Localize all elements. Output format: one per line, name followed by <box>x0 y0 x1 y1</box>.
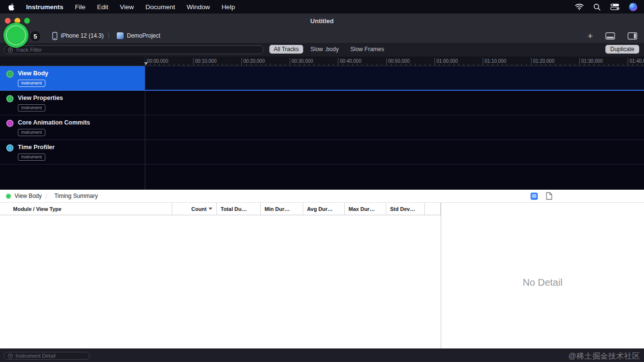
right-panel-toggle-icon[interactable] <box>628 32 637 40</box>
list-view-icon[interactable] <box>531 193 538 200</box>
track-lane[interactable] <box>145 140 644 164</box>
menu-item-edit[interactable]: Edit <box>92 3 113 11</box>
track-filter-bar: All TracksSlow .bodySlow Frames Duplicat… <box>0 43 644 56</box>
ruler-tick: 01:20.000 <box>531 58 555 65</box>
table-body[interactable] <box>0 215 441 348</box>
track-timeline-divider[interactable] <box>145 56 145 190</box>
menu-item-view[interactable]: View <box>114 3 139 11</box>
menu-status-icons <box>575 3 637 11</box>
record-button[interactable] <box>3 23 28 48</box>
segment-slow-frames[interactable]: Slow Frames <box>346 45 389 54</box>
track-name: View Properties <box>18 95 63 102</box>
track-meta: View PropertiesInstrument <box>18 95 63 115</box>
instruments-screen: Instruments FileEditViewDocumentWindowHe… <box>0 0 644 362</box>
track-name: View Body <box>18 70 48 77</box>
sort-chevron-icon <box>209 208 212 210</box>
project-app-icon <box>117 32 124 39</box>
bottom-panel-toggle-icon[interactable] <box>605 32 615 40</box>
track-row-core-animation-commits[interactable]: Core Animation CommitsInstrument <box>0 115 644 140</box>
apple-menu[interactable] <box>7 3 20 11</box>
instrument-detail-input[interactable] <box>15 353 86 359</box>
spotlight-search-icon[interactable] <box>593 3 601 11</box>
track-type-badge: Instrument <box>18 129 45 136</box>
column-header-max-dur-[interactable]: Max Dur… <box>345 203 386 215</box>
segment-slow-body[interactable]: Slow .body <box>306 45 343 54</box>
track-header[interactable]: Core Animation CommitsInstrument <box>0 115 145 139</box>
column-label: Total Du… <box>221 206 247 212</box>
instrument-detail-filter-field[interactable] <box>4 352 90 360</box>
track-row-view-body[interactable]: View BodyInstrument <box>0 66 644 91</box>
instrument-icon <box>6 95 14 102</box>
instrument-icon <box>6 120 14 127</box>
track-type-badge: Instrument <box>18 104 45 111</box>
breadcrumb-instrument-icon <box>6 194 11 199</box>
instrument-icon <box>6 144 14 152</box>
track-lane[interactable] <box>145 115 644 139</box>
track-lane[interactable] <box>145 66 644 90</box>
track-header[interactable]: Time ProfilerInstrument <box>0 140 145 164</box>
track-type-badge: Instrument <box>18 153 45 161</box>
column-label: Count <box>191 206 207 212</box>
column-header-avg-dur-[interactable]: Avg Dur… <box>303 203 345 215</box>
segment-all-tracks[interactable]: All Tracks <box>269 45 303 54</box>
window-title: Untitled <box>0 17 644 25</box>
device-target-picker[interactable]: iPhone 12 (14.3) 〉 DemoProject <box>52 28 160 43</box>
track-filter-input[interactable] <box>15 47 260 53</box>
column-header-empty[interactable] <box>425 203 441 215</box>
instrument-icon <box>6 70 14 78</box>
track-name: Time Profiler <box>18 144 55 151</box>
menu-item-help[interactable]: Help <box>216 3 240 11</box>
track-header[interactable]: View BodyInstrument <box>0 66 145 90</box>
extended-detail-icon[interactable] <box>546 192 552 200</box>
column-header-module-view-type[interactable]: Module / View Type <box>0 203 172 215</box>
bottom-bar: @稀土掘金技术社区 <box>0 348 644 362</box>
filter-icon <box>8 353 13 359</box>
run-count-badge: 5 <box>29 30 41 42</box>
track-meta: Time ProfilerInstrument <box>18 144 55 164</box>
column-label: Min Dur… <box>265 206 290 212</box>
breadcrumb-separator: 〉 <box>45 192 51 200</box>
track-filter-field[interactable] <box>4 45 264 54</box>
project-name: DemoProject <box>127 32 160 39</box>
ruler-tick: 00:30.000 <box>290 58 313 65</box>
track-type-badge: Instrument <box>18 80 45 87</box>
ruler-tick: 01:00.000 <box>434 58 458 65</box>
track-row-time-profiler[interactable]: Time ProfilerInstrument <box>0 140 644 165</box>
column-label: Max Dur… <box>349 206 375 212</box>
track-header[interactable]: View PropertiesInstrument <box>0 91 145 115</box>
column-header-count[interactable]: Count <box>172 203 217 215</box>
track-row-view-properties[interactable]: View PropertiesInstrument <box>0 91 644 115</box>
track-lane[interactable] <box>145 91 644 115</box>
track-meta: View BodyInstrument <box>18 70 48 90</box>
ruler-tick: 00:50.000 <box>386 58 410 65</box>
ruler-tick: 00:20.000 <box>241 58 265 65</box>
device-name: iPhone 12 (14.3) <box>61 32 104 39</box>
siri-icon[interactable] <box>629 3 637 11</box>
duplicate-button[interactable]: Duplicate <box>605 45 639 54</box>
chevron-right-icon: 〉 <box>107 31 113 40</box>
track-list: View BodyInstrumentView PropertiesInstru… <box>0 66 644 190</box>
column-header-total-du-[interactable]: Total Du… <box>217 203 261 215</box>
control-center-icon[interactable] <box>610 3 619 10</box>
menu-items: Instruments FileEditViewDocumentWindowHe… <box>7 3 240 11</box>
toolbar-view-buttons: + <box>588 28 637 43</box>
wifi-icon[interactable] <box>575 3 584 10</box>
column-header-std-dev-[interactable]: Std Dev… <box>386 203 425 215</box>
ruler-tick: 00:10.000 <box>193 58 217 65</box>
column-header-min-dur-[interactable]: Min Dur… <box>261 203 303 215</box>
device-phone-icon <box>52 32 57 40</box>
menu-item-file[interactable]: File <box>70 3 91 11</box>
column-label: Avg Dur… <box>307 206 333 212</box>
menu-item-document[interactable]: Document <box>140 3 181 11</box>
ruler-tick: 00:40.000 <box>338 58 362 65</box>
breadcrumb-track[interactable]: View Body <box>14 193 42 199</box>
timeline-ruler[interactable]: 00:00.00000:10.00000:20.00000:30.00000:4… <box>0 56 644 66</box>
menu-item-window[interactable]: Window <box>182 3 215 11</box>
add-instrument-button[interactable]: + <box>588 31 593 41</box>
ruler-tick: 01:10.000 <box>483 58 506 65</box>
ruler-tick: 01:30.000 <box>579 58 603 65</box>
ruler-tick: 01:40.0 <box>628 58 644 65</box>
no-detail-panel: No Detail <box>441 203 644 348</box>
menu-item-instruments[interactable]: Instruments <box>21 3 69 11</box>
breadcrumb-summary[interactable]: Timing Summary <box>54 193 98 199</box>
